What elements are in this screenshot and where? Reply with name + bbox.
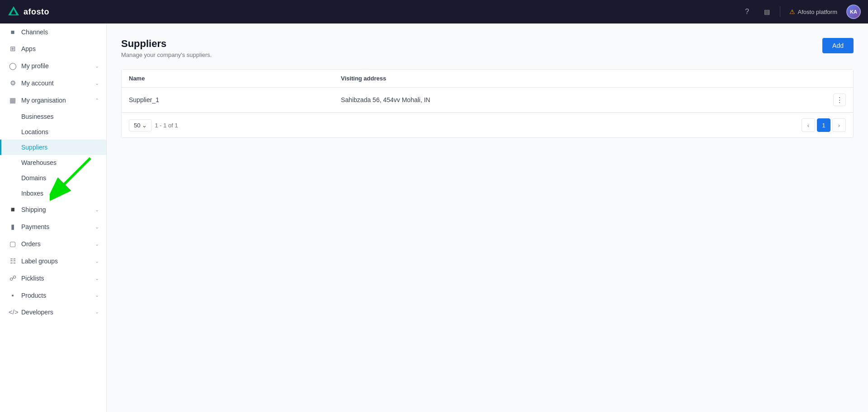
sidebar-label-payments: Payments xyxy=(21,223,90,230)
sidebar-sub-item-locations[interactable]: Locations xyxy=(0,124,106,140)
sidebar-item-orders[interactable]: ▢ Orders ⌄ xyxy=(0,235,106,253)
sidebar-label-channels: Channels xyxy=(21,28,99,36)
nav-divider xyxy=(780,6,780,17)
sidebar-sub-label-businesses: Businesses xyxy=(21,113,54,120)
logo-area: afosto xyxy=(7,5,49,18)
sidebar-label-shipping: Shipping xyxy=(21,206,90,213)
chevron-down-icon-shipping: ⌄ xyxy=(95,207,99,213)
page-title: Suppliers xyxy=(121,38,212,50)
platform-selector-button[interactable]: ⚠ Afosto platform xyxy=(786,6,841,17)
page-header: Suppliers Manage your company's supplier… xyxy=(121,38,854,58)
apps-icon: ⊞ xyxy=(9,45,17,53)
page-range-info: 1 - 1 of 1 xyxy=(155,122,178,129)
user-avatar[interactable]: KA xyxy=(846,5,861,19)
account-icon: ⚙ xyxy=(9,79,17,87)
chevron-down-icon-picklists: ⌄ xyxy=(95,276,99,281)
chat-icon: ▤ xyxy=(764,8,770,15)
organisation-icon: ▦ xyxy=(9,96,17,104)
column-header-name: Name xyxy=(122,70,334,88)
sidebar-item-channels[interactable]: ■ Channels xyxy=(0,23,106,40)
help-button[interactable]: ? xyxy=(740,5,755,19)
chevron-down-icon-account: ⌄ xyxy=(95,80,99,86)
sidebar-item-my-account[interactable]: ⚙ My account ⌄ xyxy=(0,75,106,92)
channels-icon: ■ xyxy=(9,28,17,36)
chevron-down-icon: ⌄ xyxy=(95,63,99,69)
sidebar-item-label-groups[interactable]: ☷ Label groups ⌄ xyxy=(0,253,106,270)
shipping-icon: ◾ xyxy=(9,206,17,214)
orders-icon: ▢ xyxy=(9,240,17,248)
main-layout: ■ Channels ⊞ Apps ◯ My profile ⌄ ⚙ My ac… xyxy=(0,23,868,412)
sidebar-label-apps: Apps xyxy=(21,45,99,52)
column-header-actions xyxy=(826,70,853,88)
chevron-down-icon-products: ⌄ xyxy=(95,292,99,298)
sidebar-item-products[interactable]: ▪ Products ⌄ xyxy=(0,287,106,304)
chevron-down-icon-orders: ⌄ xyxy=(95,241,99,247)
sidebar-sub-label-inboxes: Inboxes xyxy=(21,190,43,197)
suppliers-table-container: Name Visiting address Supplier_1 Sahibza… xyxy=(121,69,854,138)
cell-visiting-address: Sahibzada 56, 454vv Mohali, IN xyxy=(334,88,826,112)
column-header-visiting-address: Visiting address xyxy=(334,70,826,88)
chevron-down-icon-payments: ⌄ xyxy=(95,224,99,230)
sidebar-item-payments[interactable]: ▮ Payments ⌄ xyxy=(0,218,106,235)
suppliers-table: Name Visiting address Supplier_1 Sahibza… xyxy=(122,70,853,112)
top-navigation: afosto ? ▤ ⚠ Afosto platform KA xyxy=(0,0,868,23)
sidebar-label-products: Products xyxy=(21,292,90,299)
page-subtitle: Manage your company's suppliers. xyxy=(121,52,212,58)
cell-actions: ⋮ xyxy=(826,88,853,112)
sidebar-item-apps[interactable]: ⊞ Apps xyxy=(0,40,106,57)
page-navigation: ‹ 1 › xyxy=(802,118,846,132)
chevron-down-icon-label-groups: ⌄ xyxy=(95,258,99,264)
sidebar-item-developers[interactable]: </> Developers ⌄ xyxy=(0,304,106,320)
sidebar-label-developers: Developers xyxy=(21,309,90,316)
cell-supplier-name: Supplier_1 xyxy=(122,88,334,112)
sidebar-label-picklists: Picklists xyxy=(21,275,90,282)
chevron-up-icon-org: ⌃ xyxy=(95,98,99,103)
prev-page-button[interactable]: ‹ xyxy=(802,118,815,132)
warning-icon: ⚠ xyxy=(789,8,795,15)
sidebar-sub-item-businesses[interactable]: Businesses xyxy=(0,109,106,124)
per-page-selector: 50 ⌄ 1 - 1 of 1 xyxy=(129,119,178,131)
sidebar-label-my-account: My account xyxy=(21,80,90,87)
sidebar-sub-label-suppliers: Suppliers xyxy=(21,144,47,151)
table-row: Supplier_1 Sahibzada 56, 454vv Mohali, I… xyxy=(122,88,853,112)
sidebar-sub-item-inboxes[interactable]: Inboxes xyxy=(0,186,106,201)
main-content: Suppliers Manage your company's supplier… xyxy=(107,23,868,412)
per-page-value: 50 xyxy=(134,122,140,129)
sidebar-sub-item-suppliers[interactable]: Suppliers xyxy=(0,140,106,155)
help-icon: ? xyxy=(745,8,749,16)
sidebar-sub-label-domains: Domains xyxy=(21,174,46,182)
chevron-down-icon-developers: ⌄ xyxy=(95,309,99,315)
per-page-chevron: ⌄ xyxy=(142,122,147,129)
payments-icon: ▮ xyxy=(9,223,17,231)
sidebar-sub-item-domains[interactable]: Domains xyxy=(0,170,106,186)
sidebar-label-label-groups: Label groups xyxy=(21,258,90,265)
sidebar-item-my-profile[interactable]: ◯ My profile ⌄ xyxy=(0,57,106,75)
row-actions-button[interactable]: ⋮ xyxy=(833,94,846,106)
per-page-button[interactable]: 50 ⌄ xyxy=(129,119,152,131)
table-header: Name Visiting address xyxy=(122,70,853,88)
add-button[interactable]: Add xyxy=(822,38,854,53)
sidebar-item-picklists[interactable]: ☍ Picklists ⌄ xyxy=(0,270,106,287)
sidebar: ■ Channels ⊞ Apps ◯ My profile ⌄ ⚙ My ac… xyxy=(0,23,107,412)
sidebar-label-orders: Orders xyxy=(21,240,90,248)
logo-text: afosto xyxy=(24,7,49,17)
sidebar-label-my-profile: My profile xyxy=(21,62,90,70)
sidebar-sub-label-warehouses: Warehouses xyxy=(21,159,57,166)
sidebar-item-my-organisation[interactable]: ▦ My organisation ⌃ xyxy=(0,92,106,109)
sidebar-item-shipping[interactable]: ◾ Shipping ⌄ xyxy=(0,201,106,218)
sidebar-sub-label-locations: Locations xyxy=(21,128,48,136)
pagination-bar: 50 ⌄ 1 - 1 of 1 ‹ 1 › xyxy=(122,112,853,137)
sidebar-sub-item-warehouses[interactable]: Warehouses xyxy=(0,155,106,170)
afosto-logo-icon xyxy=(7,5,20,18)
products-icon: ▪ xyxy=(9,291,17,299)
page-number-button[interactable]: 1 xyxy=(817,118,830,132)
chat-button[interactable]: ▤ xyxy=(760,5,774,19)
topnav-right-actions: ? ▤ ⚠ Afosto platform KA xyxy=(740,5,861,19)
picklists-icon: ☍ xyxy=(9,274,17,282)
sidebar-label-my-organisation: My organisation xyxy=(21,97,90,104)
page-title-area: Suppliers Manage your company's supplier… xyxy=(121,38,212,58)
profile-icon: ◯ xyxy=(9,62,17,70)
next-page-button[interactable]: › xyxy=(832,118,846,132)
platform-label: Afosto platform xyxy=(798,9,837,15)
developers-icon: </> xyxy=(9,308,17,316)
